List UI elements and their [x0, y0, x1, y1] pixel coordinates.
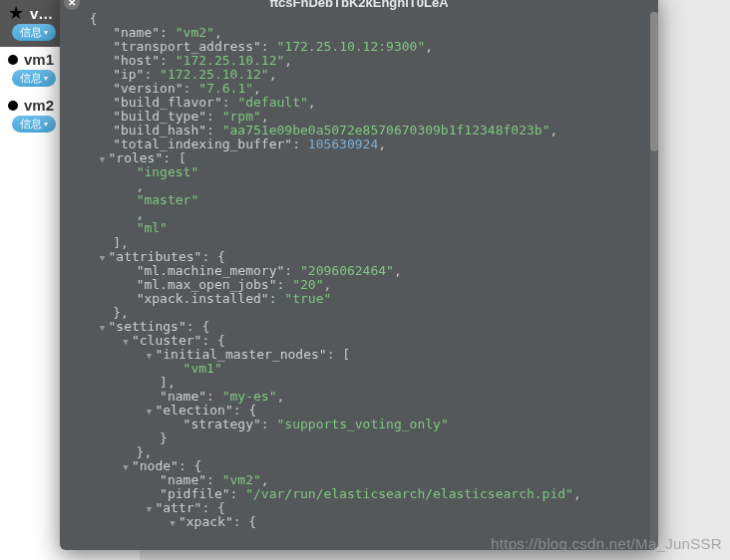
node-name: vm1: [24, 51, 54, 68]
sidebar-item-vm1[interactable]: vm1 信息▾: [0, 47, 140, 93]
node-name: vm2: [24, 97, 54, 114]
info-pill[interactable]: 信息▾: [12, 116, 56, 133]
dot-icon: [8, 55, 18, 65]
info-pill[interactable]: 信息▾: [12, 70, 56, 87]
dot-icon: [8, 101, 18, 111]
shard-box-1[interactable]: 0: [221, 44, 261, 70]
sidebar: ★ v… 信息▾ 动作▾ vm1 信息▾ vm2 信息▾: [0, 0, 140, 560]
sidebar-item-vm2[interactable]: vm2 信息▾: [0, 93, 140, 139]
star-icon: ★: [8, 4, 24, 22]
main-area: 0 0: [140, 0, 730, 560]
sidebar-item-v[interactable]: ★ v… 信息▾ 动作▾: [0, 0, 140, 47]
shard-box-0[interactable]: 0: [221, 0, 261, 26]
action-pill[interactable]: 动作▾: [62, 24, 106, 41]
info-pill[interactable]: 信息▾: [12, 24, 56, 41]
node-name: v…: [30, 5, 53, 22]
